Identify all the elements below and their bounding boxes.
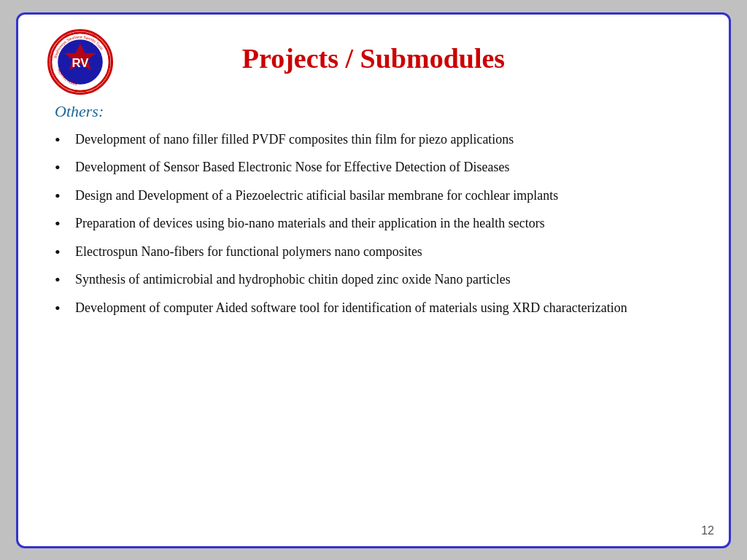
bullet-text: Synthesis of antimicrobial and hydrophob… [75, 270, 700, 289]
svg-text:RV: RV [71, 56, 89, 70]
content-area: Others: • Development of nano filler fil… [47, 102, 700, 524]
logo-circle: RV Rashtreeya Sikshana Samithi Trust INS… [47, 29, 113, 95]
bullet-dot: • [55, 186, 69, 207]
slide-header: RV Rashtreeya Sikshana Samithi Trust INS… [47, 29, 700, 88]
list-item: • Electrospun Nano-fibers for functional… [55, 242, 700, 263]
bullet-text: Development of nano filler filled PVDF c… [75, 130, 700, 149]
bullet-text: Development of computer Aided software t… [75, 298, 700, 317]
bullet-dot: • [55, 270, 69, 291]
bullet-text: Development of Sensor Based Electronic N… [75, 158, 700, 176]
section-label: Others: [55, 102, 700, 121]
slide: RV Rashtreeya Sikshana Samithi Trust INS… [16, 12, 731, 548]
logo: RV Rashtreeya Sikshana Samithi Trust INS… [47, 29, 113, 95]
list-item: • Synthesis of antimicrobial and hydroph… [55, 270, 700, 291]
page-title: Projects / Submodules [47, 42, 700, 74]
bullet-text: Preparation of devices using bio-nano ma… [75, 214, 700, 233]
logo-svg: RV Rashtreeya Sikshana Samithi Trust INS… [50, 29, 111, 95]
bullet-list: • Development of nano filler filled PVDF… [55, 130, 700, 319]
bullet-text: Electrospun Nano-fibers for functional p… [75, 242, 700, 261]
list-item: • Development of computer Aided software… [55, 298, 700, 319]
list-item: • Development of nano filler filled PVDF… [55, 130, 700, 151]
bullet-text: Design and Development of a Piezoelectri… [75, 186, 700, 205]
bullet-dot: • [55, 298, 69, 319]
page-number: 12 [701, 524, 714, 537]
bullet-dot: • [55, 242, 69, 263]
bullet-dot: • [55, 158, 69, 179]
list-item: • Preparation of devices using bio-nano … [55, 214, 700, 235]
bullet-dot: • [55, 214, 69, 235]
list-item: • Development of Sensor Based Electronic… [55, 158, 700, 179]
bullet-dot: • [55, 130, 69, 151]
list-item: • Design and Development of a Piezoelect… [55, 186, 700, 207]
